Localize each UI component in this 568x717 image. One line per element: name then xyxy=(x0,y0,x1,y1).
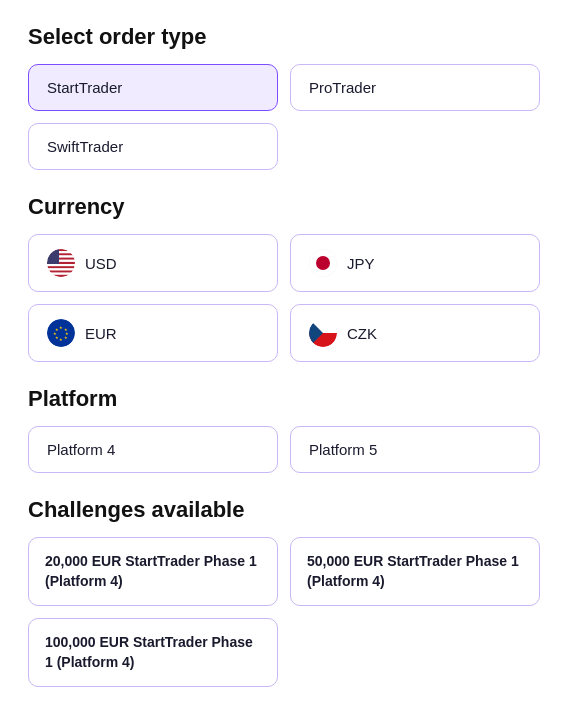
svg-point-18 xyxy=(47,319,75,347)
svg-point-17 xyxy=(316,256,330,270)
challenge-1-label: 20,000 EUR StartTrader Phase 1 (Platform… xyxy=(45,552,261,591)
order-type-start-trader[interactable]: StartTrader xyxy=(28,64,278,111)
challenge-3-btn[interactable]: 100,000 EUR StartTrader Phase 1 (Platfor… xyxy=(28,618,278,687)
currency-czk[interactable]: CZK xyxy=(290,304,540,362)
challenge-1-btn[interactable]: 20,000 EUR StartTrader Phase 1 (Platform… xyxy=(28,537,278,606)
svg-rect-2 xyxy=(47,249,75,251)
czk-label: CZK xyxy=(347,325,377,342)
czk-flag-icon xyxy=(309,319,337,347)
currency-jpy[interactable]: JPY xyxy=(290,234,540,292)
svg-rect-11 xyxy=(47,268,75,270)
currency-eur[interactable]: ★ ★ ★ ★ ★ ★ ★ ★ EUR xyxy=(28,304,278,362)
order-type-swift-trader[interactable]: SwiftTrader xyxy=(28,123,278,170)
svg-text:★: ★ xyxy=(64,335,68,340)
challenges-section: Challenges available 20,000 EUR StartTra… xyxy=(28,497,540,687)
currency-grid: USD JPY ★ ★ xyxy=(28,234,540,362)
platform-4-label: Platform 4 xyxy=(47,441,115,458)
svg-rect-12 xyxy=(47,271,75,273)
svg-text:★: ★ xyxy=(59,325,63,330)
svg-rect-15 xyxy=(47,249,59,264)
svg-rect-10 xyxy=(47,266,75,268)
jpy-label: JPY xyxy=(347,255,375,272)
usd-flag-icon xyxy=(47,249,75,277)
jpy-flag-icon xyxy=(309,249,337,277)
svg-rect-13 xyxy=(47,273,75,275)
currency-usd[interactable]: USD xyxy=(28,234,278,292)
svg-text:★: ★ xyxy=(59,337,63,342)
order-type-pro-trader[interactable]: ProTrader xyxy=(290,64,540,111)
order-type-section: Select order type StartTrader ProTrader … xyxy=(28,24,540,170)
challenge-2-label: 50,000 EUR StartTrader Phase 1 (Platform… xyxy=(307,552,523,591)
svg-rect-3 xyxy=(47,251,75,253)
start-trader-label: StartTrader xyxy=(47,79,122,96)
currency-title: Currency xyxy=(28,194,540,220)
usd-label: USD xyxy=(85,255,117,272)
platform-4-btn[interactable]: Platform 4 xyxy=(28,426,278,473)
platform-section: Platform Platform 4 Platform 5 xyxy=(28,386,540,473)
eur-flag-icon: ★ ★ ★ ★ ★ ★ ★ ★ xyxy=(47,319,75,347)
challenge-2-btn[interactable]: 50,000 EUR StartTrader Phase 1 (Platform… xyxy=(290,537,540,606)
svg-text:★: ★ xyxy=(55,327,59,332)
order-type-title: Select order type xyxy=(28,24,540,50)
platform-5-btn[interactable]: Platform 5 xyxy=(290,426,540,473)
currency-section: Currency xyxy=(28,194,540,362)
platform-title: Platform xyxy=(28,386,540,412)
eur-label: EUR xyxy=(85,325,117,342)
challenge-3-label: 100,000 EUR StartTrader Phase 1 (Platfor… xyxy=(45,633,261,672)
platform-5-label: Platform 5 xyxy=(309,441,377,458)
platform-grid: Platform 4 Platform 5 xyxy=(28,426,540,473)
pro-trader-label: ProTrader xyxy=(309,79,376,96)
challenges-grid: 20,000 EUR StartTrader Phase 1 (Platform… xyxy=(28,537,540,687)
challenges-title: Challenges available xyxy=(28,497,540,523)
swift-trader-label: SwiftTrader xyxy=(47,138,123,155)
order-type-grid: StartTrader ProTrader SwiftTrader xyxy=(28,64,540,170)
svg-rect-9 xyxy=(47,264,75,266)
svg-rect-14 xyxy=(47,275,75,277)
